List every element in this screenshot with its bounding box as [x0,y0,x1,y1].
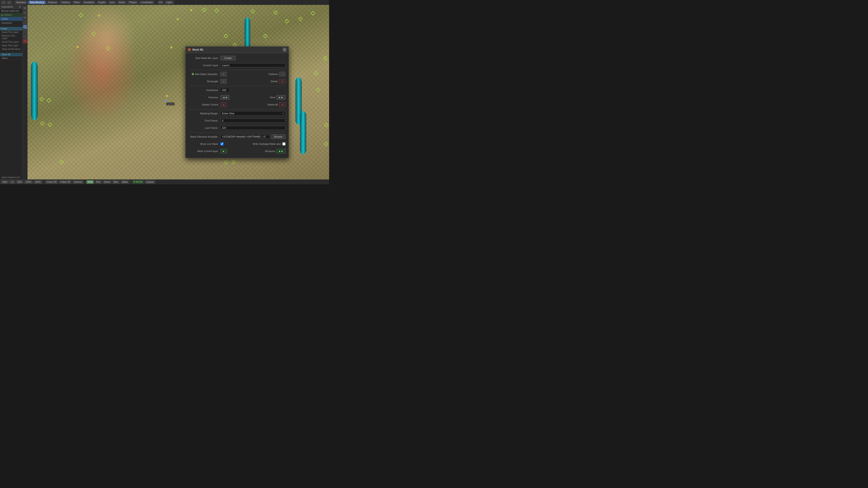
last-frame-input[interactable] [220,126,285,130]
layer-alpha[interactable]: Alpha [0,57,22,60]
panel-item-gallop[interactable]: Gallop [0,17,22,21]
toolbar-graphs[interactable]: Graphs [96,1,107,4]
toolbar-coordinates[interactable]: Coordinates [139,1,154,4]
delete-all-button[interactable]: × [279,102,285,107]
control-first-frame [220,119,285,123]
toolbar-lights[interactable]: Lights [164,1,174,4]
tracker-x-4: ✕ [98,14,100,18]
label-delete-current: Delete Current [189,103,220,106]
tool-down[interactable]: ↓ [23,34,27,38]
toolbar-30[interactable]: 3:0 [157,1,164,4]
write-all-layers-button[interactable]: ►► [276,149,285,153]
tracker-x-2: ✕ [76,45,79,49]
next-button[interactable]: ►► [276,95,285,100]
write-garbage-matte-checkbox[interactable] [282,142,285,145]
label-show-live-mask: Show Live Mask [189,142,220,145]
gamma-button[interactable]: Gamma [72,180,84,184]
browse-button[interactable]: Browse [271,134,285,139]
row-previous-next: Previous ◄◄ Next ►► [189,95,285,100]
create-button[interactable]: Create [220,56,236,60]
mouse-mode-info[interactable]: Mouse-mode-info [0,9,22,13]
masking-range-select[interactable]: Entire Shot Custom Range Current Frame [220,111,285,116]
tools-sidebar: ◈ ◻ ◎ ⬦ ✎ ↑ ↓ ✕ [23,5,28,180]
layer-insert[interactable]: Insert This Layer [0,31,22,34]
label-last-frame: Last Frame: [189,127,220,129]
toolbar-plane[interactable]: Plane [72,1,81,4]
bottom-sep-3 [130,181,131,184]
add-samples-button[interactable]: + [220,72,227,76]
tool-select[interactable]: ◈ [23,6,27,10]
layer-scroll[interactable]: Scroll This Layer [0,40,22,44]
spacer-2 [0,51,22,53]
toolbar-features[interactable]: Features [46,1,59,4]
follow-3d-button[interactable]: Follow 3D [59,180,72,184]
toolbar-goesback[interactable]: GoesBack [82,1,96,4]
red-button[interactable]: Red [95,180,101,184]
control-add-object-samples: + Subtract – [220,72,285,76]
tool-rectangle[interactable]: ◻ [23,11,27,15]
dialog-close-button[interactable]: × [283,48,286,52]
layer-mask-ml[interactable]: Mask ML [0,53,22,57]
toolbar-solver[interactable]: Solver [117,1,127,4]
delete-button[interactable]: × [279,79,285,84]
row-new-mask-layer: New Mask ML Layer Create [189,55,285,61]
row-current-layer: Current Layer [189,63,285,68]
spline-label: Splined [166,103,175,105]
previous-button[interactable]: ◄◄ [220,95,229,100]
tool-up[interactable]: ↑ [23,30,27,34]
green-button[interactable]: Green [103,180,112,184]
first-frame-input[interactable] [220,119,285,123]
toolbar-undo[interactable]: ◁ [1,1,6,4]
blue-button[interactable]: Blue [112,180,120,184]
tool-circle[interactable]: ◎ [23,15,27,20]
toolbar-redo[interactable]: ▷ [7,1,12,4]
tracker-x-6: ✕ [190,8,193,12]
tool-pen[interactable]: ✎ [23,25,27,29]
control-masking-range: Entire Shot Custom Range Current Frame ▼ [220,111,285,116]
write-current-button[interactable]: ► [220,149,227,153]
toolbar-trackers[interactable]: Trackers [59,1,71,4]
panel-item-camera[interactable]: Camera10 [0,21,22,25]
show-live-mask-checkbox[interactable] [220,142,223,145]
masking-range-select-wrapper: Entire Shot Custom Range Current Frame ▼ [220,111,285,116]
divider-4 [189,132,285,133]
rectangle-button[interactable]: □ [220,79,227,84]
dialog-content: New Mask ML Layer Create Current Layer A… [186,53,289,158]
toolbar-phases[interactable]: Phases [127,1,138,4]
view-button[interactable]: View [1,180,8,184]
delete-current-button[interactable]: × [220,102,227,107]
spacer-1 [0,25,22,27]
tool-delete[interactable]: ✕ [23,39,27,43]
label-current-layer: Current Layer [189,64,220,67]
import-trackers[interactable]: Import Tracker to CP [0,175,22,180]
zoom-50-button[interactable]: 50% [16,180,23,184]
toolbar-beta-blocking[interactable]: Beta-Blocking [29,1,46,4]
mask-filename-input[interactable] [220,135,270,139]
label-subtract: Subtract [269,73,278,75]
zoom-11-button[interactable]: 1:1 [9,180,16,184]
label-delete: Delete [271,80,278,83]
keyframes-value: 349 [220,88,229,92]
spline-cursor [165,100,167,102]
toolbar-lens[interactable]: Lens [108,1,116,4]
pixel-value-display: R=56.8% [132,180,144,184]
row-mask-filename: Mask Filename template: Browse [189,134,285,139]
tool-diamond[interactable]: ⬦ [23,20,27,24]
rgb-button[interactable]: RGB [86,180,94,184]
tracker-x-5: ✕ [176,18,179,21]
current-layer-input[interactable] [220,63,285,67]
subtract-button[interactable]: – [279,72,285,76]
divider-1 [189,70,285,70]
layer-remove[interactable]: Remove This Layer [0,34,22,40]
panel-section-header: ▶ Gallop(1) [0,13,22,17]
control-write-layers: ► All layers ►► [220,149,285,153]
alpha-button[interactable]: Alpha [121,180,129,184]
layer-draw[interactable]: Draw This Layer [0,44,22,47]
zoom-200-button[interactable]: 200% [34,180,42,184]
toolbar-summary[interactable]: Summary [15,1,28,4]
expose-button[interactable]: Expose [145,180,155,184]
colour-3d-button[interactable]: Colour 3D [45,180,58,184]
zoom-100-button[interactable]: 100% [24,180,33,184]
layer-show-all[interactable]: Show all Dtu Runs [0,47,22,51]
left-panel-header: CameraCtrl ▼ [0,5,22,9]
